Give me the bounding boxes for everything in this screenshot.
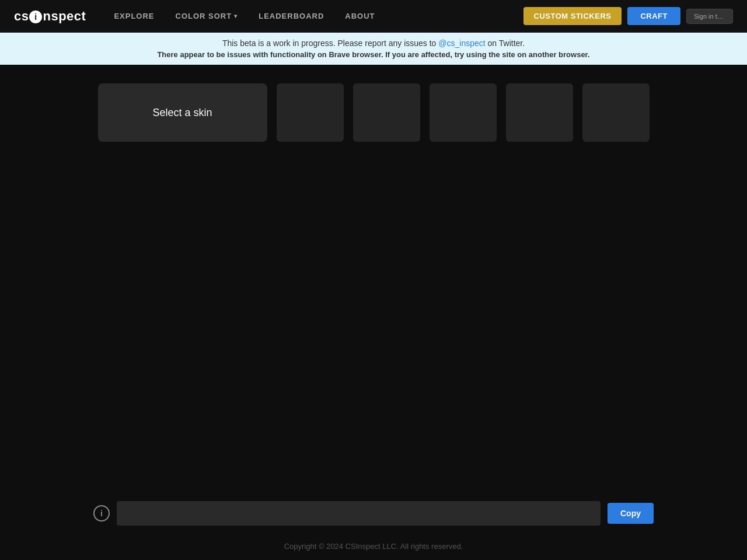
skin-slot-2[interactable] (277, 83, 344, 142)
nav-buttons: CUSTOM STICKERS CRAFT Sign in through S (523, 7, 733, 25)
craft-button[interactable]: CRAFT (627, 7, 680, 25)
nav-link-about[interactable]: ABOUT (345, 12, 375, 20)
nav-links: EXPLORE COLOR SORT ▾ LEADERBOARD ABOUT (114, 12, 523, 20)
banner: This beta is a work in progress. Please … (0, 33, 747, 65)
skin-slot-5[interactable] (506, 83, 573, 142)
skin-slot-3[interactable] (353, 83, 420, 142)
bottom-bar: i Copy (0, 494, 747, 533)
main-content: Select a skin (0, 65, 747, 494)
skin-slot-6[interactable] (582, 83, 650, 142)
dropdown-arrow-icon: ▾ (234, 13, 238, 19)
navbar: csinspect EXPLORE COLOR SORT ▾ LEADERBOA… (0, 0, 747, 33)
inspect-input[interactable] (117, 501, 601, 526)
skin-slot-primary[interactable]: Select a skin (98, 83, 267, 142)
sign-in-button[interactable]: Sign in through S (686, 9, 733, 24)
twitter-link[interactable]: @cs_inspect (438, 38, 485, 48)
logo[interactable]: csinspect (14, 9, 86, 24)
nav-link-leaderboard[interactable]: LEADERBOARD (259, 12, 324, 20)
skin-slot-4[interactable] (430, 83, 497, 142)
footer: Copyright © 2024 CSInspect LLC. All righ… (0, 533, 747, 560)
nav-link-explore[interactable]: EXPLORE (114, 12, 154, 20)
nav-link-color-sort[interactable]: COLOR SORT ▾ (176, 12, 238, 20)
skin-selector-row: Select a skin (98, 83, 650, 142)
logo-circle: i (29, 10, 42, 23)
banner-line1: This beta is a work in progress. Please … (14, 38, 733, 48)
copy-button[interactable]: Copy (608, 503, 654, 524)
logo-text: csinspect (14, 9, 86, 24)
custom-stickers-button[interactable]: CUSTOM STICKERS (523, 7, 622, 25)
info-icon[interactable]: i (93, 505, 110, 522)
banner-line2: There appear to be issues with functiona… (14, 50, 733, 59)
